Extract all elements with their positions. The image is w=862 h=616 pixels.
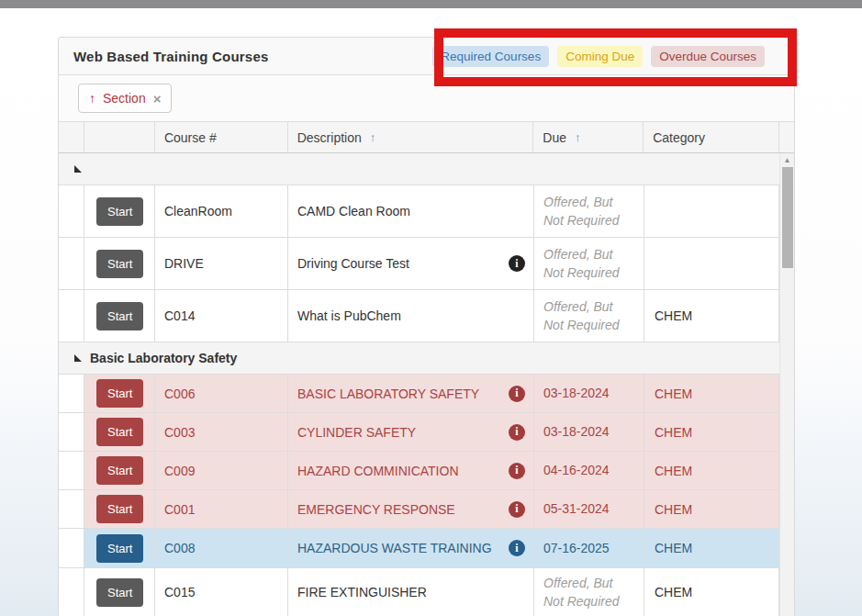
action-cell: Start xyxy=(84,290,154,342)
header-filler-cell xyxy=(778,122,794,152)
due-date: 04-16-2024 xyxy=(533,452,644,489)
row-indent xyxy=(59,290,84,342)
row-indent xyxy=(59,413,84,451)
action-cell: Start xyxy=(84,413,154,451)
collapse-icon[interactable] xyxy=(74,354,82,362)
column-header-due[interactable]: Due ↑ xyxy=(532,122,643,152)
category: CHEM xyxy=(644,529,779,567)
page-title: Web Based Training Courses xyxy=(73,49,268,64)
table-row-overdue: Start C006 BASIC LABORATORY SAFETY i 03-… xyxy=(59,375,779,413)
course-description: EMERGENCY RESPONSE xyxy=(297,502,455,517)
info-icon[interactable]: i xyxy=(509,424,525,441)
course-description: BASIC LABORATORY SAFETY xyxy=(297,386,479,401)
start-button[interactable]: Start xyxy=(96,534,143,563)
category: CHEM xyxy=(644,413,779,451)
category: CHEM xyxy=(644,452,779,489)
due-date: Offered, But Not Required xyxy=(533,568,644,616)
header-indent-cell xyxy=(59,122,84,152)
course-description: What is PubChem xyxy=(297,308,401,323)
due-date: 03-18-2024 xyxy=(533,413,644,451)
start-button[interactable]: Start xyxy=(96,456,143,485)
description-cell: Driving Course Test i xyxy=(287,238,533,289)
start-button[interactable]: Start xyxy=(96,302,143,330)
table-row-overdue: Start C003 CYLINDER SAFETY i 03-18-2024 … xyxy=(59,413,779,452)
description-cell: HAZARDOUS WASTE TRAINING i xyxy=(287,529,533,567)
description-cell: HAZARD COMMINICATION i xyxy=(287,452,533,489)
start-button[interactable]: Start xyxy=(96,495,143,523)
legend-coming-due: Coming Due xyxy=(557,46,643,67)
table-header-row: Course # Description ↑ Due ↑ Category xyxy=(59,122,794,153)
course-number: C001 xyxy=(154,490,287,528)
table-row-overdue: Start C009 HAZARD COMMINICATION i 04-16-… xyxy=(59,452,779,490)
due-date: 07-16-2025 xyxy=(533,529,644,567)
sort-ascending-icon: ↑ xyxy=(575,130,581,144)
course-number: C014 xyxy=(154,290,287,342)
vertical-scrollbar[interactable]: ▲ xyxy=(779,153,794,616)
start-button[interactable]: Start xyxy=(96,379,143,408)
category: CHEM xyxy=(644,568,779,616)
description-cell: CYLINDER SAFETY i xyxy=(287,413,533,451)
status-legend: Required Courses Coming Due Overdue Cour… xyxy=(432,46,765,67)
info-icon[interactable]: i xyxy=(509,255,525,272)
column-header-course[interactable]: Course # xyxy=(154,122,287,152)
category xyxy=(644,238,779,289)
section-group-chip[interactable]: ↑ Section × xyxy=(78,84,172,113)
browser-top-bar xyxy=(0,0,862,8)
start-button[interactable]: Start xyxy=(96,197,143,226)
training-courses-panel: Web Based Training Courses Required Cour… xyxy=(58,37,795,616)
table-body: Start CleanRoom CAMD Clean Room Offered,… xyxy=(59,153,794,616)
column-header-description[interactable]: Description ↑ xyxy=(287,122,533,152)
close-icon[interactable]: × xyxy=(153,92,162,106)
row-indent xyxy=(59,452,84,489)
header-action-cell xyxy=(84,122,154,152)
description-cell: CAMD Clean Room xyxy=(287,185,533,237)
info-icon[interactable]: i xyxy=(509,386,525,402)
due-date: Offered, But Not Required xyxy=(533,238,644,289)
course-description: Driving Course Test xyxy=(297,256,409,271)
due-date: 03-18-2024 xyxy=(533,375,644,412)
info-icon[interactable]: i xyxy=(509,463,525,479)
course-description: HAZARD COMMINICATION xyxy=(297,464,459,478)
row-indent xyxy=(59,529,84,567)
description-cell: BASIC LABORATORY SAFETY i xyxy=(287,375,533,412)
course-number: C008 xyxy=(154,529,287,567)
due-date: Offered, But Not Required xyxy=(533,185,644,237)
action-cell: Start xyxy=(84,568,154,616)
row-indent xyxy=(59,375,84,412)
category: CHEM xyxy=(644,375,779,412)
row-indent xyxy=(59,185,84,237)
scrollbar-thumb[interactable] xyxy=(782,167,793,268)
category xyxy=(644,185,779,237)
scrollbar-up-icon[interactable]: ▲ xyxy=(780,153,794,167)
info-icon[interactable]: i xyxy=(509,501,525,518)
due-date: Offered, But Not Required xyxy=(533,290,644,342)
category: CHEM xyxy=(644,490,779,528)
course-number: C006 xyxy=(154,375,287,412)
action-cell: Start xyxy=(84,529,154,567)
table-row: Start C015 FIRE EXTINGUISHER Offered, Bu… xyxy=(59,568,779,616)
course-number: C009 xyxy=(154,452,287,489)
table-rows: Start CleanRoom CAMD Clean Room Offered,… xyxy=(59,153,779,616)
table-row-required: Start C008 HAZARDOUS WASTE TRAINING i 07… xyxy=(59,529,779,568)
course-description: HAZARDOUS WASTE TRAINING xyxy=(297,541,492,555)
start-button[interactable]: Start xyxy=(96,418,143,446)
start-button[interactable]: Start xyxy=(96,250,143,278)
info-icon[interactable]: i xyxy=(509,540,525,556)
course-description: FIRE EXTINGUISHER xyxy=(297,585,427,599)
start-button[interactable]: Start xyxy=(96,578,143,607)
sort-ascending-icon[interactable]: ↑ xyxy=(89,91,95,106)
collapse-icon[interactable] xyxy=(74,165,82,173)
table-row: Start C014 What is PubChem Offered, But … xyxy=(59,290,779,342)
section-chip-label: Section xyxy=(103,91,146,106)
column-header-category[interactable]: Category xyxy=(643,122,778,152)
description-cell: FIRE EXTINGUISHER xyxy=(287,568,533,616)
row-indent xyxy=(59,490,84,528)
category: CHEM xyxy=(644,290,779,342)
group-label: Basic Laboratory Safety xyxy=(90,351,237,365)
row-indent xyxy=(59,238,84,289)
due-date: 05-31-2024 xyxy=(533,490,644,528)
table-row: Start CleanRoom CAMD Clean Room Offered,… xyxy=(59,185,779,238)
course-number: C003 xyxy=(154,413,287,451)
legend-required-courses: Required Courses xyxy=(432,46,549,67)
row-indent xyxy=(59,568,84,616)
